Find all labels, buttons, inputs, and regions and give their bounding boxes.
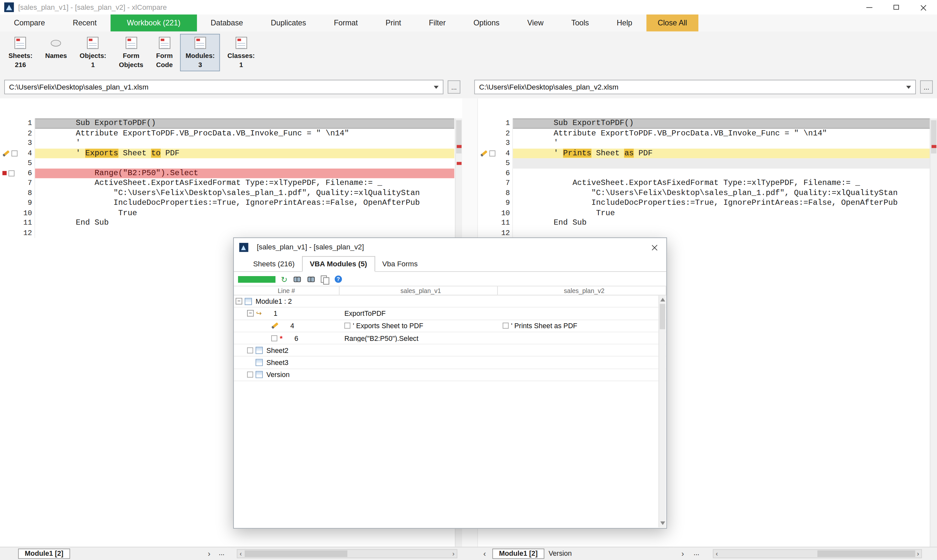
right-module-tab[interactable]: Module1 [2] [492, 549, 544, 559]
left-module-tab[interactable]: Module1 [2] [18, 549, 70, 559]
code-line[interactable] [35, 228, 454, 238]
dialog-scrollbar[interactable] [659, 295, 666, 528]
collapse-toggle-icon[interactable]: − [236, 298, 242, 305]
left-tab-next-icon[interactable]: › [208, 550, 210, 558]
checkbox[interactable] [247, 348, 253, 354]
checkbox[interactable] [489, 151, 495, 157]
code-line[interactable]: ' [513, 138, 929, 148]
right-more-button[interactable]: ... [694, 549, 699, 557]
right-version-tab[interactable]: Version [549, 550, 572, 557]
right-vertical-scrollbar[interactable] [930, 118, 937, 547]
menu-item-print[interactable]: Print [372, 15, 415, 32]
menu-item-options[interactable]: Options [460, 15, 514, 32]
vba-diff-row[interactable]: 4' Exports Sheet to PDF' Prints Sheet as… [234, 320, 666, 332]
vba-diff-row[interactable]: *6Range("B2:P50").Select [234, 332, 666, 345]
collapse-toggle-icon[interactable]: − [247, 310, 254, 317]
toolbar-item-sheets-216[interactable]: Sheets: 216 [3, 34, 38, 71]
code-line[interactable]: Attribute ExportToPDF.VB_ProcData.VB_Inv… [35, 128, 454, 138]
code-line[interactable] [513, 228, 929, 238]
code-line[interactable] [513, 158, 929, 168]
menu-item-compare[interactable]: Compare [0, 15, 59, 32]
dialog-tab-sheets-216[interactable]: Sheets (216) [246, 257, 302, 272]
menu-item-duplicates[interactable]: Duplicates [257, 15, 320, 32]
checkbox[interactable] [271, 335, 277, 341]
code-line[interactable]: Attribute ExportToPDF.VB_ProcData.VB_Inv… [513, 128, 929, 138]
checkbox[interactable] [247, 372, 253, 378]
left-browse-button[interactable]: ... [448, 80, 460, 94]
vba-diff-row[interactable]: Version [234, 369, 666, 381]
checkbox[interactable] [503, 323, 509, 329]
toolbar-item-names[interactable]: Names [40, 34, 72, 62]
code-line[interactable]: Sub ExportToPDF() [35, 118, 454, 129]
code-line[interactable]: ActiveSheet.ExportAsFixedFormat Type:=xl… [513, 178, 929, 188]
code-line[interactable]: ' Prints Sheet as PDF [513, 148, 929, 158]
find-next-icon[interactable] [307, 276, 315, 282]
dialog-tab-vba-forms[interactable]: Vba Forms [375, 257, 425, 272]
scroll-left-icon[interactable]: ‹ [237, 550, 244, 558]
minimize-button[interactable] [855, 0, 883, 15]
menu-item-filter[interactable]: Filter [415, 15, 460, 32]
help-icon[interactable]: ? [335, 275, 342, 283]
scroll-left-icon[interactable]: ‹ [713, 550, 720, 558]
code-line[interactable] [35, 158, 454, 168]
menu-item-workbook-221[interactable]: Workbook (221) [111, 15, 197, 32]
vba-diff-row[interactable]: −↪1ExportToPDF [234, 308, 666, 320]
checkbox[interactable] [8, 170, 15, 177]
code-line[interactable]: End Sub [35, 218, 454, 228]
scrollbar-thumb[interactable] [660, 304, 665, 329]
code-line[interactable]: End Sub [513, 218, 929, 228]
code-line[interactable]: "C:\Users\Felix\Desktop\sales_plan_1.pdf… [35, 188, 454, 198]
code-line[interactable]: ' Exports Sheet to PDF [35, 148, 454, 158]
right-tab-next-icon[interactable]: › [682, 550, 684, 558]
menu-item-database[interactable]: Database [197, 15, 257, 32]
checkbox[interactable] [11, 151, 18, 157]
close-button[interactable] [910, 0, 937, 15]
scroll-up-icon[interactable] [660, 298, 665, 302]
left-horizontal-scrollbar[interactable]: ‹ › [237, 549, 457, 558]
right-browse-button[interactable]: ... [920, 80, 933, 94]
scrollbar-thumb[interactable] [931, 120, 936, 153]
toolbar-item-form-objects[interactable]: Form Objects [114, 34, 149, 71]
code-line[interactable] [513, 168, 929, 178]
scrollbar-thumb[interactable] [245, 550, 348, 557]
dialog-tab-vba-modules-5[interactable]: VBA Modules (5) [302, 256, 375, 272]
menu-item-format[interactable]: Format [320, 15, 372, 32]
checkbox[interactable] [345, 323, 351, 329]
left-more-button[interactable]: ... [219, 549, 225, 557]
toolbar-item-objects-1[interactable]: Objects: 1 [74, 34, 112, 71]
code-line[interactable]: IncludeDocProperties:=True, IgnorePrintA… [513, 198, 929, 208]
scroll-down-icon[interactable] [660, 521, 665, 525]
vba-diff-row[interactable]: −Module1 : 2 [234, 295, 666, 308]
scrollbar-thumb[interactable] [817, 550, 915, 557]
code-line[interactable]: True [35, 208, 454, 218]
menu-item-recent[interactable]: Recent [59, 15, 111, 32]
menu-item-view[interactable]: View [514, 15, 557, 32]
code-line[interactable]: Sub ExportToPDF() [513, 118, 929, 129]
vba-diff-row[interactable]: Sheet2 [234, 345, 666, 357]
left-file-dropdown[interactable]: C:\Users\Felix\Desktop\sales_plan_v1.xls… [4, 80, 443, 94]
menu-item-close-all[interactable]: Close All [646, 15, 699, 32]
maximize-button[interactable] [883, 0, 910, 15]
scrollbar-thumb[interactable] [456, 120, 462, 153]
vba-diff-row[interactable]: Sheet3 [234, 357, 666, 369]
toolbar-item-modules-3[interactable]: Modules: 3 [180, 34, 220, 71]
menu-item-tools[interactable]: Tools [557, 15, 603, 32]
dialog-close-button[interactable] [648, 241, 661, 254]
code-line[interactable]: "C:\Users\Felix\Desktop\sales_plan_1.pdf… [513, 188, 929, 198]
find-previous-icon[interactable] [293, 276, 302, 282]
toolbar-item-classes-1[interactable]: Classes: 1 [222, 34, 260, 71]
sync-icon[interactable]: ↻ [281, 275, 288, 283]
scroll-right-icon[interactable]: › [450, 550, 457, 558]
toolbar-item-form-code[interactable]: Form Code [151, 34, 178, 71]
copy-report-icon[interactable] [321, 275, 329, 283]
right-tab-prev-icon[interactable]: ‹ [483, 550, 486, 558]
scroll-right-icon[interactable]: › [914, 550, 921, 558]
right-horizontal-scrollbar[interactable]: ‹ › [713, 549, 922, 558]
menu-item-help[interactable]: Help [603, 15, 646, 32]
code-line[interactable]: Range("B2:P50").Select [35, 168, 454, 178]
code-line[interactable]: True [513, 208, 929, 218]
code-line[interactable]: ActiveSheet.ExportAsFixedFormat Type:=xl… [35, 178, 454, 188]
code-line[interactable]: ' [35, 138, 454, 148]
code-line[interactable]: IncludeDocProperties:=True, IgnorePrintA… [35, 198, 454, 208]
right-file-dropdown[interactable]: C:\Users\Felix\Desktop\sales_plan_v2.xls… [474, 80, 916, 94]
